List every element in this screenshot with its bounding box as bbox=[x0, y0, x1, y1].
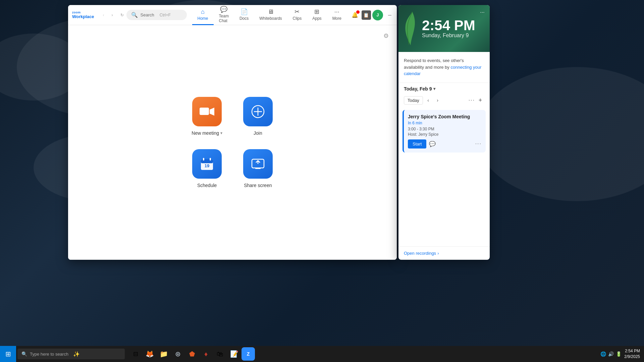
window-controls: 🔔 📋 J ─ ☐ ✕ bbox=[350, 10, 397, 20]
firefox-icon[interactable]: 🦊 bbox=[143, 347, 156, 361]
new-meeting-action[interactable]: New meeting ▾ bbox=[192, 97, 222, 136]
whiteboards-icon: 🖥 bbox=[268, 8, 274, 15]
nav-item-team-chat-label: Team Chat bbox=[219, 14, 229, 23]
svg-rect-5 bbox=[201, 159, 213, 163]
search-icon: 🔍 bbox=[131, 12, 138, 18]
today-label: Today, Feb 9 bbox=[404, 86, 432, 92]
calendar-footer: Open recordings › bbox=[398, 246, 490, 260]
nav-item-home[interactable]: ⌂ Home bbox=[192, 5, 214, 25]
nav-item-whiteboards[interactable]: 🖥 Whiteboards bbox=[254, 5, 287, 25]
battery-icon: 🔋 bbox=[616, 351, 622, 357]
avatar-button[interactable]: J bbox=[372, 10, 383, 20]
nav-items: ⌂ Home 💬 Team Chat 📄 Docs 🖥 Whiteboards … bbox=[192, 5, 347, 25]
profile-icon-button[interactable]: 📋 bbox=[362, 10, 371, 20]
folder-icon[interactable]: 📁 bbox=[157, 347, 170, 361]
notification-badge bbox=[356, 10, 360, 14]
network-icon: 🌐 bbox=[600, 351, 606, 357]
nav-item-apps[interactable]: ⊞ Apps bbox=[307, 5, 327, 25]
open-recordings-link[interactable]: Open recordings › bbox=[404, 251, 484, 256]
nav-item-clips-label: Clips bbox=[293, 16, 302, 21]
task-view-button[interactable]: ⊟ bbox=[129, 347, 142, 361]
team-chat-icon: 💬 bbox=[220, 6, 227, 13]
refresh-button[interactable]: ↻ bbox=[120, 11, 124, 19]
calendar-nav-more-button[interactable]: ··· bbox=[469, 97, 475, 103]
nav-item-docs[interactable]: 📄 Docs bbox=[234, 5, 254, 25]
clips-icon: ✂ bbox=[294, 8, 300, 15]
app2-icon[interactable]: ♦ bbox=[199, 347, 213, 361]
new-meeting-button[interactable] bbox=[192, 97, 222, 126]
calendar-panel: ··· 2:54 PM Sunday, February 9 Respond t… bbox=[398, 5, 490, 260]
action-grid: New meeting ▾ Join bbox=[192, 97, 273, 188]
taskbar-search-icon: 🔍 bbox=[21, 351, 27, 357]
calendar-header: ··· 2:54 PM Sunday, February 9 bbox=[398, 5, 490, 52]
main-content: ⚙ New meeting ▾ bbox=[68, 25, 397, 260]
meeting-title: Jerry Spice's Zoom Meeting bbox=[408, 114, 482, 119]
schedule-button[interactable]: 19 bbox=[192, 149, 222, 179]
volume-icon: 🔊 bbox=[608, 351, 614, 357]
docs-icon: 📄 bbox=[240, 8, 248, 15]
share-screen-button[interactable] bbox=[243, 149, 273, 179]
schedule-action[interactable]: 19 Schedule bbox=[192, 149, 222, 188]
nav-item-whiteboards-label: Whiteboards bbox=[259, 16, 282, 21]
settings-button[interactable]: ⚙ bbox=[381, 31, 391, 41]
steam-icon[interactable]: ⊛ bbox=[171, 347, 184, 361]
logo-zoom-text: zoom bbox=[72, 11, 94, 14]
meeting-host: Host: Jerry Spice bbox=[408, 132, 482, 137]
calendar-more-button[interactable]: ··· bbox=[478, 8, 487, 17]
more-icon: ··· bbox=[334, 8, 339, 15]
join-label: Join bbox=[254, 130, 262, 136]
docs-taskbar-icon[interactable]: 📝 bbox=[227, 347, 241, 361]
share-screen-label: Share screen bbox=[244, 183, 272, 188]
nav-item-docs-label: Docs bbox=[239, 16, 249, 21]
nav-arrows: ‹ › bbox=[100, 11, 116, 19]
start-button[interactable]: ⊞ bbox=[0, 346, 16, 362]
meeting-more-button[interactable]: ··· bbox=[475, 141, 482, 147]
join-button[interactable] bbox=[243, 97, 273, 126]
meeting-card: Jerry Spice's Zoom Meeting In 6 min 3:00… bbox=[402, 110, 486, 153]
today-button[interactable]: Today bbox=[404, 96, 423, 105]
open-recordings-arrow-icon: › bbox=[437, 251, 439, 256]
meeting-chat-icon[interactable]: 💬 bbox=[429, 141, 436, 147]
nav-item-team-chat[interactable]: 💬 Team Chat bbox=[214, 5, 234, 25]
meeting-actions: Start 💬 ··· bbox=[408, 139, 482, 148]
zoom-taskbar-icon[interactable]: Z bbox=[241, 347, 255, 361]
join-action[interactable]: Join bbox=[243, 97, 273, 136]
title-bar: zoom Workplace ‹ › ↻ 🔍 Search Ctrl+F ⌂ H… bbox=[68, 5, 397, 25]
maximize-button[interactable]: ☐ bbox=[396, 10, 397, 20]
nav-item-clips[interactable]: ✂ Clips bbox=[287, 5, 307, 25]
svg-rect-0 bbox=[200, 108, 209, 115]
logo-workplace-text: Workplace bbox=[72, 14, 94, 19]
calendar-add-button[interactable]: + bbox=[476, 96, 484, 104]
taskbar-app-icons: ⊟ 🦊 📁 ⊛ ⬟ ♦ 🛍 📝 Z bbox=[129, 347, 255, 361]
taskbar-search[interactable]: 🔍 Type here to search ✨ bbox=[17, 349, 125, 359]
svg-rect-6 bbox=[203, 158, 204, 161]
forward-button[interactable]: › bbox=[108, 11, 116, 19]
calendar-leaf-decoration bbox=[404, 5, 417, 52]
meeting-countdown: In 6 min bbox=[408, 121, 482, 125]
nav-item-more[interactable]: ··· More bbox=[327, 5, 347, 25]
calendar-next-button[interactable]: › bbox=[434, 96, 442, 104]
taskbar-clock-time: 2:54 PM bbox=[624, 348, 640, 354]
back-button[interactable]: ‹ bbox=[100, 11, 108, 19]
notifications-button[interactable]: 🔔 bbox=[350, 10, 360, 20]
meeting-start-button[interactable]: Start bbox=[408, 139, 426, 148]
meeting-time: 3:00 - 3:30 PM bbox=[408, 127, 482, 131]
calendar-connect-section: Respond to events, see other's availabil… bbox=[398, 52, 490, 83]
sparkle-icon: ✨ bbox=[73, 351, 80, 357]
calendar-date: Sunday, February 9 bbox=[422, 33, 483, 39]
share-screen-action[interactable]: Share screen bbox=[243, 149, 273, 188]
minimize-button[interactable]: ─ bbox=[384, 10, 395, 20]
store-icon[interactable]: 🛍 bbox=[213, 347, 227, 361]
taskbar-right: 🌐 🔊 🔋 2:54 PM 2/9/2025 bbox=[596, 348, 644, 360]
calendar-time: 2:54 PM bbox=[422, 18, 483, 33]
app-logo: zoom Workplace bbox=[72, 11, 94, 19]
nav-item-home-label: Home bbox=[198, 16, 208, 21]
app1-icon[interactable]: ⬟ bbox=[185, 347, 199, 361]
zoom-window: zoom Workplace ‹ › ↻ 🔍 Search Ctrl+F ⌂ H… bbox=[68, 5, 397, 260]
search-bar[interactable]: 🔍 Search Ctrl+F bbox=[126, 10, 187, 20]
taskbar-clock[interactable]: 2:54 PM 2/9/2025 bbox=[624, 348, 640, 360]
calendar-prev-button[interactable]: ‹ bbox=[424, 96, 432, 104]
taskbar-clock-date: 2/9/2025 bbox=[624, 354, 640, 360]
today-dropdown-icon[interactable]: ▾ bbox=[433, 86, 435, 91]
windows-icon: ⊞ bbox=[5, 350, 11, 358]
